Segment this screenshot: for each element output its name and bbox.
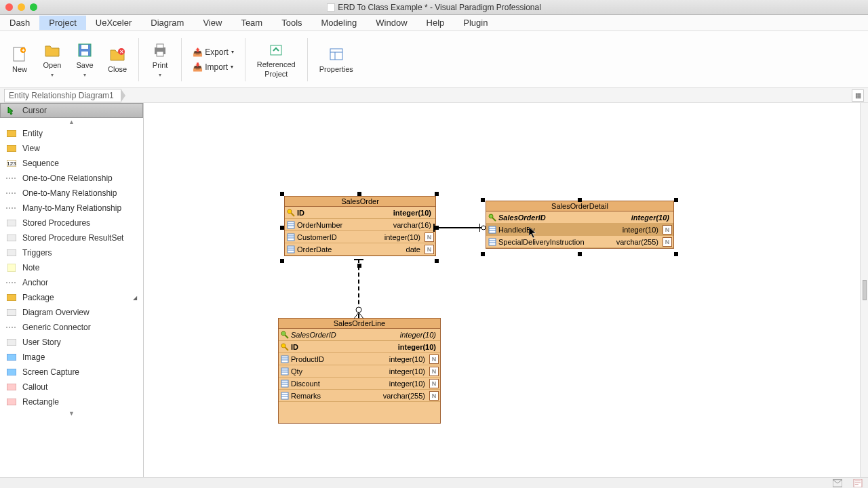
menu-uexceler[interactable]: UeXceler [86,16,141,30]
close-window-button[interactable] [5,3,13,11]
svg-rect-12 [330,49,342,60]
export-button[interactable]: 📤Export ▾ [189,46,238,58]
palette-label: Triggers [22,248,52,258]
minimize-window-button[interactable] [18,3,25,11]
palette-package[interactable]: Package◢ [0,290,143,305]
column-row[interactable]: ProductIDinteger(10)N [279,353,440,365]
close-button[interactable]: ✕ Close [102,41,133,77]
print-button[interactable]: Print ▾ [144,37,176,81]
properties-label: Properties [319,65,353,74]
open-icon [43,41,62,60]
selection-handle[interactable] [280,192,284,196]
diagram-navigator-button[interactable]: ▦ [852,89,864,102]
palette-label: Diagram Overview [22,308,90,317]
relationship-so-sod[interactable] [436,227,486,228]
menu-diagram[interactable]: Diagram [141,16,193,30]
palette-screen-capture[interactable]: Screen Capture [0,365,143,380]
menu-tools[interactable]: Tools [272,16,311,30]
svg-rect-37 [288,222,294,228]
palette-collapse-up[interactable]: ▲ [0,118,143,126]
palette-note[interactable]: Note [0,260,143,275]
palette-cursor[interactable]: Cursor [0,103,143,118]
menu-team[interactable]: Team [231,16,272,30]
palette-entity[interactable]: Entity [0,126,143,141]
column-row[interactable]: Remarksvarchar(255)N [279,390,440,402]
column-row[interactable]: SpecialDeliveryInstructionvarchar(255)N [486,236,673,248]
palette-diagram-overview[interactable]: Diagram Overview [0,305,143,320]
note-icon[interactable] [853,479,863,487]
palette-collapse-down[interactable]: ▼ [0,409,143,418]
column-row[interactable]: CustomerIDinteger(10)N [285,231,435,243]
palette-sequence[interactable]: 123Sequence [0,156,143,171]
column-row[interactable]: SalesOrderIDinteger(10) [486,211,673,224]
svg-point-71 [481,226,486,230]
menu-view[interactable]: View [193,16,231,30]
column-type: varchar(255) [383,392,428,400]
palette-triggers[interactable]: Triggers [0,245,143,260]
column-row[interactable]: IDinteger(10) [285,207,435,219]
menu-project[interactable]: Project [39,16,85,30]
maximize-window-button[interactable] [30,3,37,11]
column-name: SpecialDeliveryInstruction [498,238,591,246]
entity-salesorderline[interactable]: SalesOrderLineSalesOrderIDinteger(10)IDi… [278,318,441,424]
column-row[interactable]: SalesOrderIDinteger(10) [279,329,440,341]
palette-one-to-many-relationship[interactable]: One-to-Many Relationship [0,186,143,201]
properties-button[interactable]: Properties [313,41,359,77]
entity-salesorderdetail[interactable]: SalesOrderDetailSalesOrderIDinteger(10)H… [486,201,674,249]
print-icon [151,41,170,60]
svg-text:✦: ✦ [21,47,26,54]
selection-handle[interactable] [357,192,361,196]
column-row[interactable]: HandledByinteger(10)N [486,224,673,236]
column-row[interactable]: Discountinteger(10)N [279,378,440,390]
column-row[interactable]: OrderDatedateN [285,243,435,256]
selection-handle[interactable] [280,226,284,230]
selection-handle[interactable] [357,264,361,268]
palette-view[interactable]: View [0,141,143,156]
selection-handle[interactable] [674,252,678,256]
entity-salesorder[interactable]: SalesOrderIDinteger(10)OrderNumbervarcha… [284,196,436,256]
save-button[interactable]: Save ▾ [69,37,100,81]
palette-generic-connector[interactable]: Generic Connector [0,320,143,335]
palette-anchor[interactable]: Anchor [0,275,143,290]
menu-plugin[interactable]: Plugin [454,16,497,30]
palette-stored-procedure-resultset[interactable]: Stored Procedure ResultSet [0,230,143,245]
selection-handle[interactable] [280,259,284,263]
palette-one-to-one-relationship[interactable]: One-to-One Relationship [0,171,143,186]
diagram-canvas[interactable]: SalesOrderIDinteger(10)OrderNumbervarcha… [144,103,860,477]
svg-line-57 [285,347,288,350]
selection-handle[interactable] [674,198,678,202]
column-type: integer(10) [389,355,428,363]
selection-handle[interactable] [578,198,582,202]
palette-callout[interactable]: Callout [0,380,143,394]
new-button[interactable]: ✦ New [4,41,35,77]
palette-image[interactable]: Image [0,350,143,365]
column-row[interactable]: IDinteger(10) [279,341,440,353]
palette-many-to-many-relationship[interactable]: Many-to-Many Relationship [0,201,143,216]
right-panel-strip[interactable] [860,103,868,477]
menu-help[interactable]: Help [417,16,454,30]
referenced-project-button[interactable]: Referenced Project [251,37,302,81]
column-name: Discount [291,380,327,388]
menu-modeling[interactable]: Modeling [312,16,367,30]
mail-icon[interactable] [833,479,842,487]
palette-rectangle[interactable]: Rectangle [0,394,143,409]
selection-handle[interactable] [481,198,485,202]
panel-toggle-handle[interactable] [863,280,867,300]
menu-dash[interactable]: Dash [0,16,39,30]
svg-rect-11 [271,45,281,55]
palette-icon [6,293,17,302]
import-button[interactable]: 📥Import ▾ [189,61,238,73]
column-row[interactable]: Qtyinteger(10)N [279,365,440,378]
nullable-icon: N [425,245,434,254]
selection-handle[interactable] [481,252,485,256]
palette-stored-procedures[interactable]: Stored Procedures [0,216,143,230]
palette-user-story[interactable]: User Story [0,335,143,350]
menu-window[interactable]: Window [366,16,416,30]
open-button[interactable]: Open ▾ [37,37,68,81]
column-row[interactable]: OrderNumbervarchar(16) [285,219,435,231]
selection-handle[interactable] [435,192,439,196]
selection-handle[interactable] [435,226,439,230]
breadcrumb-item[interactable]: Entity Relationship Diagram1 [4,89,121,102]
selection-handle[interactable] [435,259,439,263]
selection-handle[interactable] [578,252,582,256]
